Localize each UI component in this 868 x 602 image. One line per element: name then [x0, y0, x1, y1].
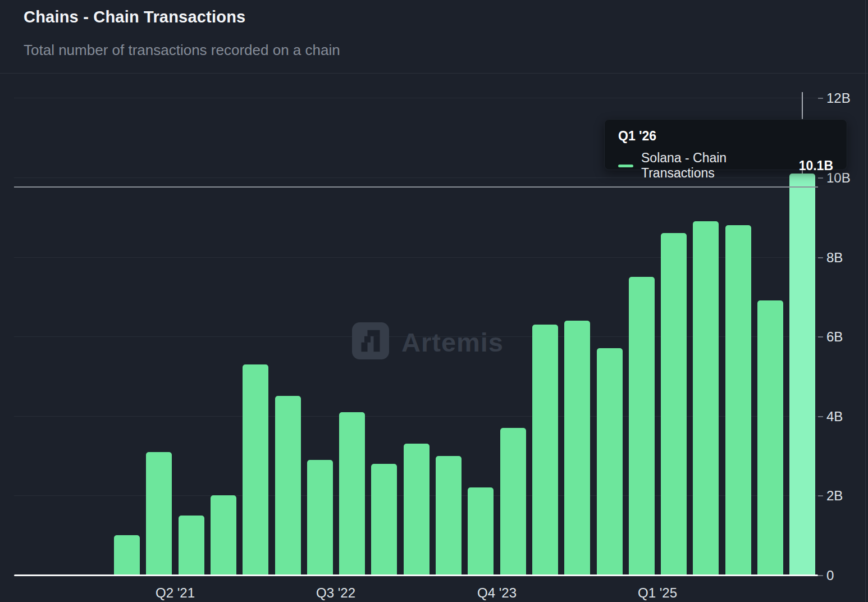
x-axis-label-q221: Q2 '21 [156, 586, 195, 600]
bar-q223[interactable] [436, 456, 462, 575]
bar-q324[interactable] [597, 348, 623, 575]
bar-chart: Artemis 12B10B8B6B4B2B0Q2 '21Q3 '22Q4 '2… [0, 74, 868, 602]
bar-q122[interactable] [275, 396, 301, 575]
bar-q124[interactable] [532, 325, 558, 575]
y-axis-label-6B: 6B [826, 330, 843, 344]
page-title: Chains - Chain Transactions [24, 8, 245, 26]
y-axis-label-4B: 4B [826, 410, 843, 423]
gridline-12B [14, 98, 818, 98]
bar-q221[interactable] [179, 516, 204, 575]
crosshair-horizontal-line [14, 186, 818, 188]
x-axis-label-q423: Q4 '23 [477, 586, 517, 600]
y-axis-label-2B: 2B [826, 489, 843, 503]
tooltip: Q1 '26 Solana - Chain Transactions 10.1B [604, 119, 847, 170]
bar-q425[interactable] [757, 300, 783, 575]
x-axis-label-q322: Q3 '22 [316, 586, 355, 600]
y-axis-label-8B: 8B [826, 251, 843, 264]
tooltip-series-label: Solana - Chain Transactions [641, 150, 780, 181]
bar-q222[interactable] [307, 460, 333, 575]
artemis-logo-icon [352, 322, 389, 362]
panel-right-border [865, 0, 866, 602]
watermark-text: Artemis [401, 327, 504, 358]
x-axis-label-q125: Q1 '25 [638, 586, 677, 600]
bar-q121[interactable] [146, 452, 172, 575]
y-axis-tick-6B [818, 336, 823, 338]
y-axis-label-12B: 12B [826, 92, 851, 105]
bar-q225[interactable] [693, 221, 719, 575]
x-axis-line [14, 574, 818, 576]
bar-q423[interactable] [500, 428, 526, 575]
bar-q323[interactable] [468, 487, 494, 575]
bar-q126[interactable] [789, 174, 815, 575]
watermark: Artemis [352, 322, 504, 362]
tooltip-value: 10.1B [780, 158, 833, 174]
y-axis-tick-2B [818, 495, 823, 496]
bar-q123[interactable] [404, 444, 430, 575]
bar-q422[interactable] [371, 464, 397, 575]
bar-q125[interactable] [661, 233, 687, 575]
page-subtitle: Total number of transactions recorded on… [24, 42, 340, 59]
bar-q321[interactable] [211, 495, 236, 575]
tooltip-period: Q1 '26 [618, 129, 833, 144]
bar-q325[interactable] [725, 225, 751, 575]
series-marker-icon [618, 165, 633, 167]
bar-q322[interactable] [339, 412, 365, 575]
y-axis-tick-12B [818, 98, 823, 99]
y-axis-tick-0 [818, 575, 823, 576]
bar-q421[interactable] [243, 364, 268, 575]
bar-q424[interactable] [629, 277, 655, 575]
bar-q224[interactable] [564, 321, 590, 575]
y-axis-label-0: 0 [826, 569, 834, 582]
bar-q420[interactable] [114, 535, 140, 575]
y-axis-tick-4B [818, 416, 823, 417]
chart-panel: Chains - Chain Transactions Total number… [0, 0, 868, 602]
tooltip-row: Solana - Chain Transactions 10.1B [618, 150, 833, 181]
y-axis-tick-8B [818, 257, 823, 258]
